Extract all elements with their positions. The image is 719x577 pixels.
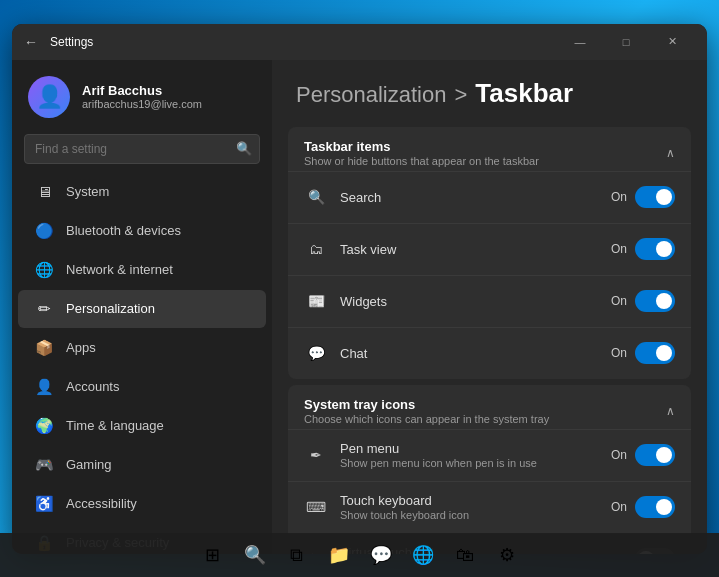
user-name: Arif Bacchus <box>82 83 202 98</box>
item-icon-widgets: 📰 <box>304 289 328 313</box>
nav-icon-accessibility: ♿ <box>34 494 54 514</box>
nav-icon-bluetooth: 🔵 <box>34 221 54 241</box>
item-widgets: 📰 Widgets On <box>288 275 691 327</box>
item-icon-search: 🔍 <box>304 185 328 209</box>
item-right-chat: On <box>611 342 675 364</box>
section-title-system-tray: System tray icons <box>304 397 549 412</box>
item-status-widgets: On <box>611 294 627 308</box>
taskbar-app-settings[interactable]: ⚙ <box>488 536 526 574</box>
item-icon-task-view: 🗂 <box>304 237 328 261</box>
item-text-chat: Chat <box>340 346 611 361</box>
nav-label-time: Time & language <box>66 418 164 433</box>
section-header-system-tray: System tray icons Choose which icons can… <box>288 385 691 429</box>
settings-window: ← Settings — □ ✕ 👤 Arif Bacchus arifbacc… <box>12 24 707 554</box>
taskbar: ⊞🔍⧉📁💬🌐🛍⚙ <box>0 533 719 577</box>
search-icon: 🔍 <box>236 141 252 156</box>
item-status-task-view: On <box>611 242 627 256</box>
item-right-search: On <box>611 186 675 208</box>
toggle-pen-menu[interactable] <box>635 444 675 466</box>
user-info: Arif Bacchus arifbacchus19@live.com <box>82 83 202 110</box>
main-content: Personalization > Taskbar Taskbar items … <box>272 60 707 554</box>
item-touch-keyboard: ⌨ Touch keyboard Show touch keyboard ico… <box>288 481 691 533</box>
taskbar-app-store[interactable]: 🛍 <box>446 536 484 574</box>
item-icon-chat: 💬 <box>304 341 328 365</box>
toggle-touch-keyboard[interactable] <box>635 496 675 518</box>
nav-icon-accounts: 👤 <box>34 377 54 397</box>
item-right-widgets: On <box>611 290 675 312</box>
breadcrumb-separator: > <box>454 82 467 108</box>
sidebar: 👤 Arif Bacchus arifbacchus19@live.com 🔍 … <box>12 60 272 554</box>
section-chevron-system-tray[interactable]: ∧ <box>666 404 675 418</box>
item-right-task-view: On <box>611 238 675 260</box>
section-chevron-taskbar-items[interactable]: ∧ <box>666 146 675 160</box>
item-label-search: Search <box>340 190 611 205</box>
nav-label-apps: Apps <box>66 340 96 355</box>
taskbar-app-edge[interactable]: 🌐 <box>404 536 442 574</box>
sidebar-item-time[interactable]: 🌍 Time & language <box>18 407 266 445</box>
item-right-pen-menu: On <box>611 444 675 466</box>
close-button[interactable]: ✕ <box>649 24 695 60</box>
item-text-touch-keyboard: Touch keyboard Show touch keyboard icon <box>340 493 611 521</box>
nav-label-gaming: Gaming <box>66 457 112 472</box>
nav-label-bluetooth: Bluetooth & devices <box>66 223 181 238</box>
toggle-chat[interactable] <box>635 342 675 364</box>
section-subtitle-taskbar-items: Show or hide buttons that appear on the … <box>304 155 539 167</box>
item-label-chat: Chat <box>340 346 611 361</box>
item-right-touch-keyboard: On <box>611 496 675 518</box>
nav-icon-apps: 📦 <box>34 338 54 358</box>
user-profile[interactable]: 👤 Arif Bacchus arifbacchus19@live.com <box>12 60 272 130</box>
section-system-tray: System tray icons Choose which icons can… <box>288 385 691 554</box>
nav-icon-time: 🌍 <box>34 416 54 436</box>
nav-label-personalization: Personalization <box>66 301 155 316</box>
item-desc-pen-menu: Show pen menu icon when pen is in use <box>340 457 611 469</box>
item-search: 🔍 Search On <box>288 171 691 223</box>
item-icon-pen-menu: ✒ <box>304 443 328 467</box>
back-button[interactable]: ← <box>24 35 38 49</box>
taskbar-app-files[interactable]: 📁 <box>320 536 358 574</box>
item-status-pen-menu: On <box>611 448 627 462</box>
window-controls: — □ ✕ <box>557 24 695 60</box>
taskbar-app-start[interactable]: ⊞ <box>194 536 232 574</box>
nav-label-accounts: Accounts <box>66 379 119 394</box>
sidebar-item-apps[interactable]: 📦 Apps <box>18 329 266 367</box>
taskbar-app-search[interactable]: 🔍 <box>236 536 274 574</box>
sidebar-item-network[interactable]: 🌐 Network & internet <box>18 251 266 289</box>
nav-label-system: System <box>66 184 109 199</box>
sidebar-item-gaming[interactable]: 🎮 Gaming <box>18 446 266 484</box>
toggle-task-view[interactable] <box>635 238 675 260</box>
page-title: Taskbar <box>475 78 573 109</box>
nav-label-network: Network & internet <box>66 262 173 277</box>
window-content: 👤 Arif Bacchus arifbacchus19@live.com 🔍 … <box>12 60 707 554</box>
title-bar-title: Settings <box>50 35 557 49</box>
taskbar-apps: ⊞🔍⧉📁💬🌐🛍⚙ <box>194 536 526 574</box>
taskbar-app-task-view[interactable]: ⧉ <box>278 536 316 574</box>
item-text-widgets: Widgets <box>340 294 611 309</box>
item-task-view: 🗂 Task view On <box>288 223 691 275</box>
item-status-search: On <box>611 190 627 204</box>
nav-label-accessibility: Accessibility <box>66 496 137 511</box>
item-label-widgets: Widgets <box>340 294 611 309</box>
item-label-task-view: Task view <box>340 242 611 257</box>
toggle-search[interactable] <box>635 186 675 208</box>
maximize-button[interactable]: □ <box>603 24 649 60</box>
sidebar-item-system[interactable]: 🖥 System <box>18 173 266 211</box>
item-text-task-view: Task view <box>340 242 611 257</box>
section-title-taskbar-items: Taskbar items <box>304 139 539 154</box>
search-box: 🔍 <box>24 134 260 164</box>
item-desc-touch-keyboard: Show touch keyboard icon <box>340 509 611 521</box>
section-header-taskbar-items: Taskbar items Show or hide buttons that … <box>288 127 691 171</box>
minimize-button[interactable]: — <box>557 24 603 60</box>
sidebar-item-bluetooth[interactable]: 🔵 Bluetooth & devices <box>18 212 266 250</box>
sections-container: Taskbar items Show or hide buttons that … <box>272 127 707 554</box>
search-input[interactable] <box>24 134 260 164</box>
taskbar-app-teams[interactable]: 💬 <box>362 536 400 574</box>
sidebar-item-personalization[interactable]: ✏ Personalization <box>18 290 266 328</box>
sidebar-item-accounts[interactable]: 👤 Accounts <box>18 368 266 406</box>
section-subtitle-system-tray: Choose which icons can appear in the sys… <box>304 413 549 425</box>
sidebar-item-accessibility[interactable]: ♿ Accessibility <box>18 485 266 523</box>
toggle-widgets[interactable] <box>635 290 675 312</box>
nav-list: 🖥 System 🔵 Bluetooth & devices 🌐 Network… <box>12 172 272 554</box>
item-icon-touch-keyboard: ⌨ <box>304 495 328 519</box>
item-pen-menu: ✒ Pen menu Show pen menu icon when pen i… <box>288 429 691 481</box>
nav-icon-network: 🌐 <box>34 260 54 280</box>
